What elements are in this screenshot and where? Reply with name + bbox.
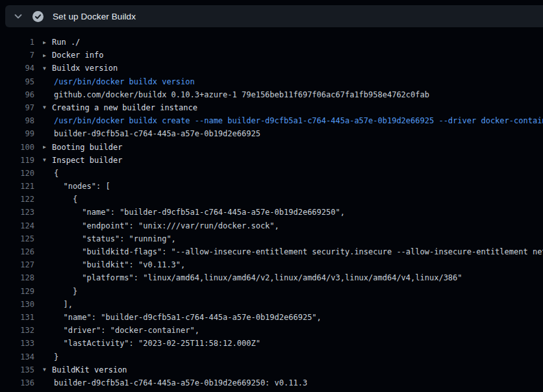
log-group-toggle[interactable]: ▼Buildx version bbox=[43, 62, 543, 75]
log-row: 133 "lastActivity": "2023-02-25T11:58:12… bbox=[0, 337, 543, 350]
log-row: 132 "driver": "docker-container", bbox=[0, 324, 543, 337]
log-group-toggle[interactable]: ▶Docker info bbox=[43, 49, 543, 62]
line-number[interactable]: 125 bbox=[0, 232, 34, 245]
step-title: Set up Docker Buildx bbox=[53, 12, 136, 21]
log-row: 124 "endpoint": "unix:///var/run/docker.… bbox=[0, 219, 543, 232]
group-title: Run ./ bbox=[52, 38, 80, 47]
output-text: { bbox=[43, 167, 543, 180]
group-title: Creating a new builder instance bbox=[52, 103, 197, 112]
log-row[interactable]: 7▶Docker info bbox=[0, 49, 543, 62]
log-row: 131 "name": "builder-d9cfb5a1-c764-445a-… bbox=[0, 311, 543, 324]
log-row[interactable]: 1▶Run ./ bbox=[0, 36, 543, 49]
log-row: 129 } bbox=[0, 285, 543, 298]
log-row: 120{ bbox=[0, 167, 543, 180]
log-row: 127 "buildkit": "v0.11.3", bbox=[0, 258, 543, 271]
log-output: 1▶Run ./7▶Docker info94▼Buildx version95… bbox=[0, 27, 543, 392]
log-row: 136builder-d9cfb5a1-c764-445a-a57e-0b19d… bbox=[0, 376, 543, 389]
output-text: } bbox=[43, 350, 543, 363]
log-row: 125 "status": "running", bbox=[0, 232, 543, 245]
output-text: "nodes": [ bbox=[43, 180, 543, 193]
output-text: } bbox=[43, 285, 543, 298]
log-row[interactable]: 97▼Creating a new builder instance bbox=[0, 101, 543, 114]
group-title: Buildx version bbox=[52, 64, 118, 73]
group-expanded-arrow-icon: ▼ bbox=[43, 154, 52, 167]
log-row: 134} bbox=[0, 350, 543, 363]
line-number[interactable]: 135 bbox=[0, 363, 34, 376]
log-group-toggle[interactable]: ▼Inspect builder bbox=[43, 154, 543, 167]
output-text: github.com/docker/buildx 0.10.3+azure-1 … bbox=[43, 88, 543, 101]
line-number[interactable]: 122 bbox=[0, 193, 34, 206]
line-number[interactable]: 129 bbox=[0, 285, 34, 298]
output-text: "driver": "docker-container", bbox=[43, 324, 543, 337]
step-header[interactable]: Set up Docker Buildx bbox=[5, 5, 543, 27]
line-number[interactable]: 97 bbox=[0, 101, 34, 114]
output-text: ], bbox=[43, 298, 543, 311]
line-number[interactable]: 99 bbox=[0, 127, 34, 140]
log-group-toggle[interactable]: ▼BuildKit version bbox=[43, 363, 543, 376]
output-text: builder-d9cfb5a1-c764-445a-a57e-0b19d2e6… bbox=[43, 376, 543, 389]
log-row: 126 "buildkitd-flags": "--allow-insecure… bbox=[0, 245, 543, 258]
line-number[interactable]: 126 bbox=[0, 245, 34, 258]
log-row: 130 ], bbox=[0, 298, 543, 311]
line-number[interactable]: 124 bbox=[0, 219, 34, 232]
output-text: "name": "builder-d9cfb5a1-c764-445a-a57e… bbox=[43, 206, 543, 219]
log-row: 122 { bbox=[0, 193, 543, 206]
line-number[interactable]: 100 bbox=[0, 141, 34, 154]
output-text: "buildkit": "v0.11.3", bbox=[43, 258, 543, 271]
line-number[interactable]: 94 bbox=[0, 62, 34, 75]
line-number[interactable]: 130 bbox=[0, 298, 34, 311]
log-row: 99builder-d9cfb5a1-c764-445a-a57e-0b19d2… bbox=[0, 127, 543, 140]
line-number[interactable]: 133 bbox=[0, 337, 34, 350]
output-text: "platforms": "linux/amd64,linux/amd64/v2… bbox=[43, 271, 543, 284]
line-number[interactable]: 121 bbox=[0, 180, 34, 193]
line-number[interactable]: 132 bbox=[0, 324, 34, 337]
group-collapsed-arrow-icon: ▶ bbox=[43, 49, 52, 62]
line-number[interactable]: 120 bbox=[0, 167, 34, 180]
line-number[interactable]: 127 bbox=[0, 258, 34, 271]
group-collapsed-arrow-icon: ▶ bbox=[43, 36, 52, 49]
output-text: builder-d9cfb5a1-c764-445a-a57e-0b19d2e6… bbox=[43, 127, 543, 140]
log-row: 96github.com/docker/buildx 0.10.3+azure-… bbox=[0, 88, 543, 101]
command-text: /usr/bin/docker buildx create --name bui… bbox=[43, 114, 543, 127]
line-number[interactable]: 95 bbox=[0, 75, 34, 88]
check-circle-icon bbox=[32, 11, 44, 22]
group-title: Docker info bbox=[52, 51, 103, 60]
log-row[interactable]: 100▶Booting builder bbox=[0, 141, 543, 154]
log-row: 95/usr/bin/docker buildx version bbox=[0, 75, 543, 88]
group-title: Inspect builder bbox=[52, 156, 122, 165]
line-number[interactable]: 128 bbox=[0, 271, 34, 284]
line-number[interactable]: 131 bbox=[0, 311, 34, 324]
output-text: "status": "running", bbox=[43, 232, 543, 245]
command-text: /usr/bin/docker buildx version bbox=[43, 75, 543, 88]
line-number[interactable]: 1 bbox=[0, 36, 34, 49]
group-expanded-arrow-icon: ▼ bbox=[43, 62, 52, 75]
line-number[interactable]: 98 bbox=[0, 114, 34, 127]
output-text: "endpoint": "unix:///var/run/docker.sock… bbox=[43, 219, 543, 232]
log-row[interactable]: 94▼Buildx version bbox=[0, 62, 543, 75]
group-expanded-arrow-icon: ▼ bbox=[43, 101, 52, 114]
group-title: BuildKit version bbox=[52, 365, 127, 374]
line-number[interactable]: 7 bbox=[0, 49, 34, 62]
line-number[interactable]: 123 bbox=[0, 206, 34, 219]
log-group-toggle[interactable]: ▶Booting builder bbox=[43, 141, 543, 154]
group-collapsed-arrow-icon: ▶ bbox=[43, 141, 52, 154]
output-text: { bbox=[43, 193, 543, 206]
log-group-toggle[interactable]: ▼Creating a new builder instance bbox=[43, 101, 543, 114]
log-row[interactable]: 119▼Inspect builder bbox=[0, 154, 543, 167]
output-text: "buildkitd-flags": "--allow-insecure-ent… bbox=[43, 245, 543, 258]
output-text: "name": "builder-d9cfb5a1-c764-445a-a57e… bbox=[43, 311, 543, 324]
group-expanded-arrow-icon: ▼ bbox=[43, 363, 52, 376]
log-row: 123 "name": "builder-d9cfb5a1-c764-445a-… bbox=[0, 206, 543, 219]
line-number[interactable]: 136 bbox=[0, 376, 34, 389]
log-group-toggle[interactable]: ▶Run ./ bbox=[43, 36, 543, 49]
line-number[interactable]: 134 bbox=[0, 350, 34, 363]
actions-log-viewer: Set up Docker Buildx 1▶Run ./7▶Docker in… bbox=[0, 0, 543, 392]
log-row[interactable]: 135▼BuildKit version bbox=[0, 363, 543, 376]
log-row: 98/usr/bin/docker buildx create --name b… bbox=[0, 114, 543, 127]
line-number[interactable]: 119 bbox=[0, 154, 34, 167]
output-text: "lastActivity": "2023-02-25T11:58:12.000… bbox=[43, 337, 543, 350]
chevron-down-icon[interactable] bbox=[13, 11, 23, 21]
group-title: Booting builder bbox=[52, 143, 122, 152]
line-number[interactable]: 96 bbox=[0, 88, 34, 101]
log-row: 128 "platforms": "linux/amd64,linux/amd6… bbox=[0, 271, 543, 284]
